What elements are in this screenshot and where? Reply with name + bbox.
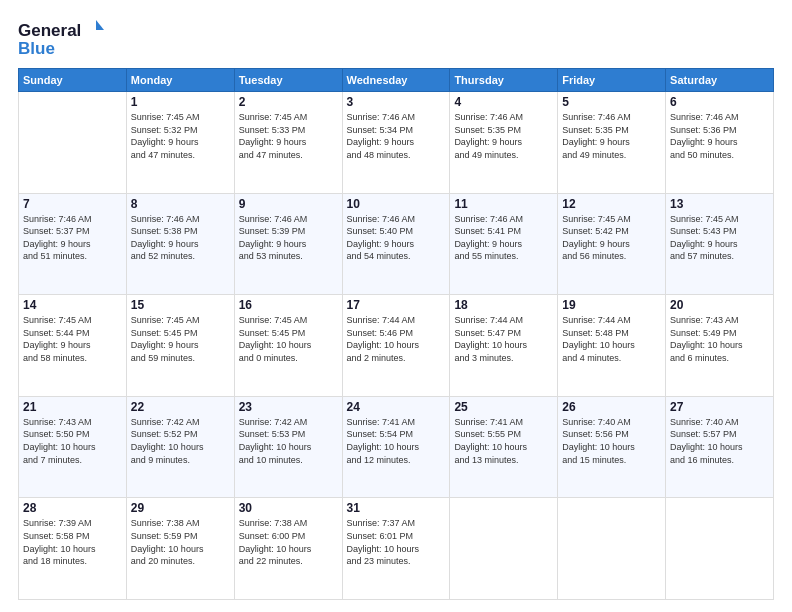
day-info: Sunrise: 7:45 AM Sunset: 5:44 PM Dayligh… [23,314,122,364]
calendar-cell: 8Sunrise: 7:46 AM Sunset: 5:38 PM Daylig… [126,193,234,295]
day-number: 29 [131,501,230,515]
calendar-cell: 4Sunrise: 7:46 AM Sunset: 5:35 PM Daylig… [450,92,558,194]
day-number: 9 [239,197,338,211]
day-number: 22 [131,400,230,414]
week-row-4: 21Sunrise: 7:43 AM Sunset: 5:50 PM Dayli… [19,396,774,498]
svg-text:General: General [18,21,81,40]
calendar-table: SundayMondayTuesdayWednesdayThursdayFrid… [18,68,774,600]
day-info: Sunrise: 7:45 AM Sunset: 5:43 PM Dayligh… [670,213,769,263]
calendar-cell: 7Sunrise: 7:46 AM Sunset: 5:37 PM Daylig… [19,193,127,295]
day-number: 26 [562,400,661,414]
calendar-cell: 17Sunrise: 7:44 AM Sunset: 5:46 PM Dayli… [342,295,450,397]
day-info: Sunrise: 7:37 AM Sunset: 6:01 PM Dayligh… [347,517,446,567]
calendar-cell: 1Sunrise: 7:45 AM Sunset: 5:32 PM Daylig… [126,92,234,194]
day-number: 17 [347,298,446,312]
day-number: 12 [562,197,661,211]
day-number: 30 [239,501,338,515]
day-number: 6 [670,95,769,109]
week-row-3: 14Sunrise: 7:45 AM Sunset: 5:44 PM Dayli… [19,295,774,397]
day-header-thursday: Thursday [450,69,558,92]
calendar-cell: 13Sunrise: 7:45 AM Sunset: 5:43 PM Dayli… [666,193,774,295]
day-info: Sunrise: 7:45 AM Sunset: 5:32 PM Dayligh… [131,111,230,161]
day-number: 20 [670,298,769,312]
header: General Blue [18,18,774,60]
svg-marker-1 [96,20,104,30]
calendar-cell: 18Sunrise: 7:44 AM Sunset: 5:47 PM Dayli… [450,295,558,397]
day-number: 8 [131,197,230,211]
day-info: Sunrise: 7:46 AM Sunset: 5:41 PM Dayligh… [454,213,553,263]
logo-svg: General Blue [18,18,108,60]
calendar-cell [450,498,558,600]
day-header-tuesday: Tuesday [234,69,342,92]
day-number: 7 [23,197,122,211]
day-info: Sunrise: 7:38 AM Sunset: 5:59 PM Dayligh… [131,517,230,567]
day-number: 5 [562,95,661,109]
day-info: Sunrise: 7:43 AM Sunset: 5:49 PM Dayligh… [670,314,769,364]
day-number: 10 [347,197,446,211]
svg-text:Blue: Blue [18,39,55,58]
day-info: Sunrise: 7:41 AM Sunset: 5:54 PM Dayligh… [347,416,446,466]
day-number: 25 [454,400,553,414]
day-info: Sunrise: 7:45 AM Sunset: 5:45 PM Dayligh… [131,314,230,364]
day-number: 2 [239,95,338,109]
calendar-cell [19,92,127,194]
day-info: Sunrise: 7:41 AM Sunset: 5:55 PM Dayligh… [454,416,553,466]
calendar-cell: 24Sunrise: 7:41 AM Sunset: 5:54 PM Dayli… [342,396,450,498]
day-header-sunday: Sunday [19,69,127,92]
day-number: 27 [670,400,769,414]
day-number: 21 [23,400,122,414]
week-row-5: 28Sunrise: 7:39 AM Sunset: 5:58 PM Dayli… [19,498,774,600]
calendar-cell: 23Sunrise: 7:42 AM Sunset: 5:53 PM Dayli… [234,396,342,498]
calendar-cell: 30Sunrise: 7:38 AM Sunset: 6:00 PM Dayli… [234,498,342,600]
day-info: Sunrise: 7:45 AM Sunset: 5:42 PM Dayligh… [562,213,661,263]
calendar-cell: 12Sunrise: 7:45 AM Sunset: 5:42 PM Dayli… [558,193,666,295]
day-info: Sunrise: 7:40 AM Sunset: 5:56 PM Dayligh… [562,416,661,466]
day-info: Sunrise: 7:42 AM Sunset: 5:53 PM Dayligh… [239,416,338,466]
week-row-2: 7Sunrise: 7:46 AM Sunset: 5:37 PM Daylig… [19,193,774,295]
calendar-cell: 14Sunrise: 7:45 AM Sunset: 5:44 PM Dayli… [19,295,127,397]
calendar-cell: 19Sunrise: 7:44 AM Sunset: 5:48 PM Dayli… [558,295,666,397]
day-info: Sunrise: 7:44 AM Sunset: 5:48 PM Dayligh… [562,314,661,364]
day-info: Sunrise: 7:38 AM Sunset: 6:00 PM Dayligh… [239,517,338,567]
calendar-cell: 5Sunrise: 7:46 AM Sunset: 5:35 PM Daylig… [558,92,666,194]
week-row-1: 1Sunrise: 7:45 AM Sunset: 5:32 PM Daylig… [19,92,774,194]
calendar-cell: 25Sunrise: 7:41 AM Sunset: 5:55 PM Dayli… [450,396,558,498]
day-info: Sunrise: 7:46 AM Sunset: 5:37 PM Dayligh… [23,213,122,263]
calendar-cell: 3Sunrise: 7:46 AM Sunset: 5:34 PM Daylig… [342,92,450,194]
header-row: SundayMondayTuesdayWednesdayThursdayFrid… [19,69,774,92]
calendar-cell: 6Sunrise: 7:46 AM Sunset: 5:36 PM Daylig… [666,92,774,194]
day-number: 14 [23,298,122,312]
day-info: Sunrise: 7:46 AM Sunset: 5:35 PM Dayligh… [454,111,553,161]
calendar-cell: 29Sunrise: 7:38 AM Sunset: 5:59 PM Dayli… [126,498,234,600]
day-number: 31 [347,501,446,515]
day-number: 28 [23,501,122,515]
calendar-cell: 31Sunrise: 7:37 AM Sunset: 6:01 PM Dayli… [342,498,450,600]
calendar-cell: 21Sunrise: 7:43 AM Sunset: 5:50 PM Dayli… [19,396,127,498]
day-info: Sunrise: 7:40 AM Sunset: 5:57 PM Dayligh… [670,416,769,466]
day-info: Sunrise: 7:46 AM Sunset: 5:40 PM Dayligh… [347,213,446,263]
day-number: 24 [347,400,446,414]
calendar-cell: 11Sunrise: 7:46 AM Sunset: 5:41 PM Dayli… [450,193,558,295]
day-number: 1 [131,95,230,109]
day-header-monday: Monday [126,69,234,92]
day-header-friday: Friday [558,69,666,92]
day-info: Sunrise: 7:46 AM Sunset: 5:38 PM Dayligh… [131,213,230,263]
day-info: Sunrise: 7:44 AM Sunset: 5:46 PM Dayligh… [347,314,446,364]
day-info: Sunrise: 7:42 AM Sunset: 5:52 PM Dayligh… [131,416,230,466]
day-info: Sunrise: 7:39 AM Sunset: 5:58 PM Dayligh… [23,517,122,567]
day-number: 4 [454,95,553,109]
day-info: Sunrise: 7:45 AM Sunset: 5:45 PM Dayligh… [239,314,338,364]
calendar-cell: 20Sunrise: 7:43 AM Sunset: 5:49 PM Dayli… [666,295,774,397]
calendar-cell [558,498,666,600]
day-info: Sunrise: 7:45 AM Sunset: 5:33 PM Dayligh… [239,111,338,161]
calendar-cell: 15Sunrise: 7:45 AM Sunset: 5:45 PM Dayli… [126,295,234,397]
day-info: Sunrise: 7:46 AM Sunset: 5:34 PM Dayligh… [347,111,446,161]
day-header-saturday: Saturday [666,69,774,92]
calendar-cell: 26Sunrise: 7:40 AM Sunset: 5:56 PM Dayli… [558,396,666,498]
calendar-cell: 27Sunrise: 7:40 AM Sunset: 5:57 PM Dayli… [666,396,774,498]
logo: General Blue [18,18,108,60]
day-number: 11 [454,197,553,211]
calendar-cell: 22Sunrise: 7:42 AM Sunset: 5:52 PM Dayli… [126,396,234,498]
calendar-cell: 2Sunrise: 7:45 AM Sunset: 5:33 PM Daylig… [234,92,342,194]
day-number: 19 [562,298,661,312]
